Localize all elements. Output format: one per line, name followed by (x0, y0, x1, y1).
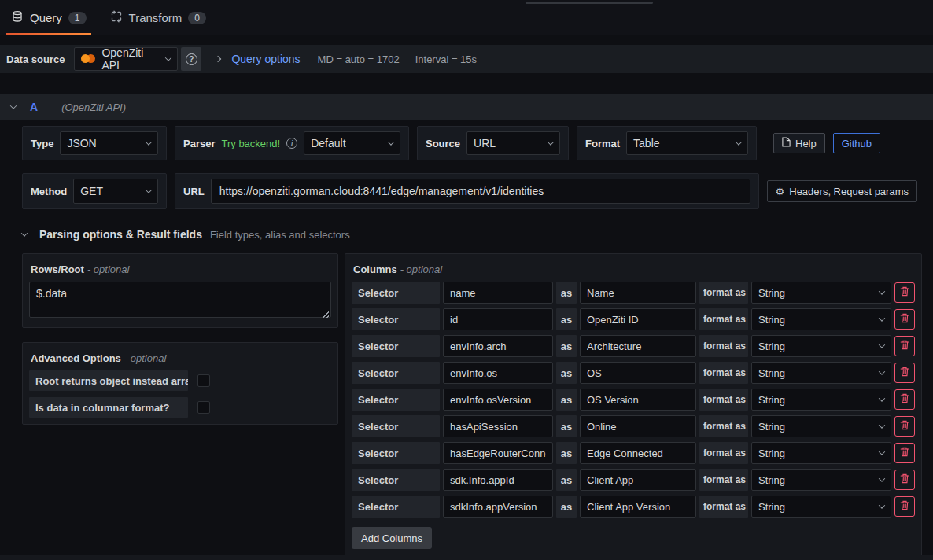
column-format-select[interactable]: String (751, 389, 891, 411)
alias-input[interactable] (580, 442, 696, 464)
type-select[interactable]: JSON (60, 131, 158, 155)
chevron-down-icon (879, 475, 885, 481)
pane-resize-handle[interactable] (526, 2, 653, 4)
collapse-section-icon (21, 230, 28, 236)
selector-input[interactable] (443, 469, 553, 491)
source-select[interactable]: URL (466, 131, 560, 155)
column-row: Selector as format as String (352, 335, 915, 357)
selector-input[interactable] (443, 442, 553, 464)
source-field-group: Source URL (417, 126, 569, 160)
document-icon (782, 137, 791, 149)
datasource-picker-value: OpenZiti API (101, 46, 160, 72)
selector-input[interactable] (443, 496, 553, 518)
rows-root-optional: - optional (87, 263, 129, 275)
section-subtitle: Field types, alias and selectors (210, 229, 350, 241)
delete-column-button[interactable] (894, 389, 915, 410)
help-button-label: Help (795, 138, 817, 149)
column-format-select[interactable]: String (751, 415, 891, 437)
as-label: as (556, 496, 577, 518)
column-format-select[interactable]: String (751, 335, 891, 357)
query-row-header[interactable]: A (OpenZiti API) (0, 94, 933, 120)
advanced-option-checkbox[interactable] (197, 374, 210, 387)
parser-field-group: Parser Try backend! i Default (175, 126, 409, 160)
help-button[interactable]: Help (773, 133, 825, 153)
left-panel-column: Rows/Root- optional $.data Advanced Opti… (22, 253, 338, 425)
tab-transform[interactable]: Transform 0 (105, 0, 211, 35)
section-title: Parsing options & Result fields (39, 228, 202, 241)
column-format-select[interactable]: String (751, 442, 891, 464)
next-section-edge (0, 555, 933, 560)
format-select-main[interactable]: Table (626, 131, 748, 155)
headers-request-params-button[interactable]: ⚙ Headers, Request params (767, 180, 917, 202)
advanced-option-label: Is data in columnar format? (29, 397, 188, 418)
tab-query[interactable]: Query 1 (6, 0, 91, 35)
column-format-select[interactable]: String (751, 308, 891, 330)
column-format-select[interactable]: String (751, 282, 891, 304)
openziti-logo-icon (81, 54, 95, 64)
selector-input[interactable] (443, 282, 553, 304)
advanced-option-checkbox[interactable] (197, 401, 210, 414)
selector-label: Selector (352, 282, 440, 304)
column-format-select[interactable]: String (751, 362, 891, 384)
format-field-group: Format Table (577, 126, 757, 160)
columns-panel: Columns- optional Selector as format as … (345, 253, 922, 558)
url-input[interactable] (211, 179, 750, 204)
column-row: Selector as format as String (352, 415, 915, 437)
alias-input[interactable] (580, 469, 696, 491)
format-as-label: format as (699, 308, 748, 330)
datasource-picker[interactable]: OpenZiti API (74, 47, 178, 71)
selector-label: Selector (352, 442, 440, 464)
query-url-row: Method GET URL ⚙ Headers, Request params (22, 173, 917, 209)
chevron-down-icon (879, 315, 885, 321)
delete-column-button[interactable] (894, 416, 915, 437)
chevron-down-icon (879, 341, 885, 348)
github-button[interactable]: Github (833, 133, 880, 153)
selector-label: Selector (352, 415, 440, 437)
column-format-select[interactable]: String (751, 469, 891, 491)
add-columns-button[interactable]: Add Columns (352, 527, 432, 549)
parsing-options-section-header[interactable]: Parsing options & Result fields Field ty… (22, 225, 917, 244)
chevron-down-icon (879, 422, 885, 428)
selector-input[interactable] (443, 415, 553, 437)
delete-column-button[interactable] (894, 443, 915, 463)
column-format-select[interactable]: String (751, 496, 891, 518)
format-as-label: format as (699, 282, 748, 304)
selector-label: Selector (352, 389, 440, 411)
datasource-help-button[interactable]: ? (181, 47, 201, 71)
selector-input[interactable] (443, 362, 553, 384)
alias-input[interactable] (580, 282, 696, 304)
delete-column-button[interactable] (894, 309, 915, 330)
trash-icon (900, 393, 909, 406)
delete-column-button[interactable] (894, 363, 915, 383)
selector-input[interactable] (443, 308, 553, 330)
collapse-query-icon (10, 102, 17, 109)
as-label: as (556, 282, 577, 304)
gear-icon: ⚙ (776, 186, 785, 197)
chevron-down-icon (879, 288, 885, 294)
selector-input[interactable] (443, 335, 553, 357)
delete-column-button[interactable] (894, 470, 915, 490)
format-select-value: Table (633, 137, 659, 149)
rows-root-input[interactable]: $.data (29, 282, 331, 318)
format-as-label: format as (699, 496, 748, 518)
query-options-link[interactable]: Query options (231, 53, 300, 65)
query-editor-body: Type JSON Parser Try backend! i Default … (0, 120, 933, 560)
trash-icon (900, 367, 909, 379)
chevron-down-icon (388, 138, 394, 145)
delete-column-button[interactable] (894, 336, 915, 356)
column-format-value: String (758, 474, 785, 486)
parser-select[interactable]: Default (304, 131, 400, 155)
alias-input[interactable] (580, 496, 696, 518)
alias-input[interactable] (580, 308, 696, 330)
max-data-points-stat: MD = auto = 1702 (318, 53, 400, 65)
delete-column-button[interactable] (894, 496, 915, 517)
method-select[interactable]: GET (73, 179, 158, 204)
advanced-options-title: Advanced Options- optional (31, 352, 331, 364)
alias-input[interactable] (580, 389, 696, 411)
delete-column-button[interactable] (894, 282, 915, 303)
alias-input[interactable] (580, 362, 696, 384)
as-label: as (556, 308, 577, 330)
selector-input[interactable] (443, 389, 553, 411)
alias-input[interactable] (580, 415, 696, 437)
alias-input[interactable] (580, 335, 696, 357)
